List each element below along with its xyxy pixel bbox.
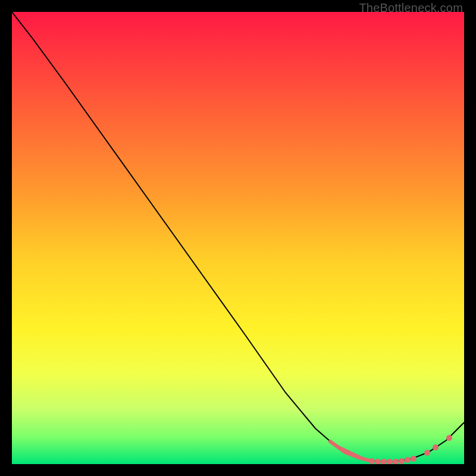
optimal-range-descent	[330, 441, 372, 461]
marker-dot	[399, 458, 405, 464]
marker-dot	[393, 459, 399, 464]
marker-dot	[411, 456, 416, 462]
bottleneck-curve	[12, 12, 464, 462]
marker-dot	[446, 435, 452, 441]
chart-plot-area	[12, 12, 464, 464]
marker-dot	[405, 457, 411, 463]
marker-dot	[433, 444, 439, 450]
marker-dot	[381, 459, 387, 464]
watermark-text: TheBottleneck.com	[359, 1, 463, 15]
marker-dot	[387, 459, 393, 464]
marker-dot	[375, 459, 381, 464]
marker-dot	[424, 450, 430, 456]
chart-frame: TheBottleneck.com	[0, 0, 476, 476]
chart-svg	[12, 12, 464, 464]
marker-dot	[369, 458, 375, 464]
